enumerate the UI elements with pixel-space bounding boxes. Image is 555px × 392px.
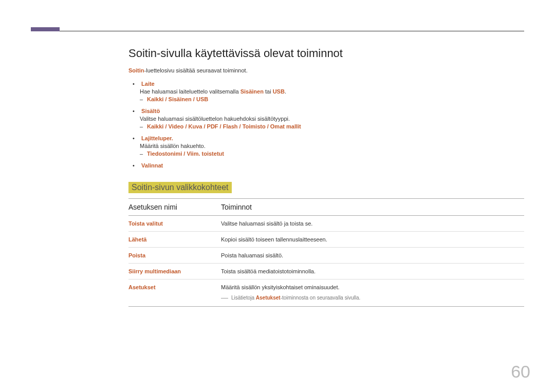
- table-row: Toista valitut Valitse haluamasi sisältö…: [128, 216, 524, 232]
- item-desc-sisalto: Valitse haluamasi sisältöluettelon hakue…: [140, 116, 524, 122]
- row-name: Siirry multimediaan: [128, 264, 221, 279]
- item-label-lajittelu: Lajitteluper.: [141, 135, 173, 141]
- row-func: Kopioi sisältö toiseen tallennuslaittees…: [221, 232, 524, 248]
- section-title-valikkokohteet: Soitin-sivun valikkokohteet: [128, 182, 232, 193]
- row-name: Asetukset: [128, 279, 221, 307]
- th-functions: Toiminnot: [221, 199, 524, 216]
- page-title: Soitin-sivulla käytettävissä olevat toim…: [128, 47, 524, 60]
- row-name: Poista: [128, 248, 221, 264]
- function-list: Laite Hae haluamasi laiteluettelo valits…: [128, 79, 524, 171]
- th-setting-name: Asetuksen nimi: [128, 199, 221, 216]
- item-label-sisalto: Sisältö: [141, 108, 160, 114]
- row-func: Määritä sisällön yksityiskohtaiset omina…: [221, 279, 524, 307]
- row-func: Valitse haluamasi sisältö ja toista se.: [221, 216, 524, 232]
- row-func: Toista sisältöä mediatoistotoiminnolla.: [221, 264, 524, 279]
- table-row: Asetukset Määritä sisällön yksityiskohta…: [128, 279, 524, 307]
- options-table: Asetuksen nimi Toiminnot Toista valitut …: [128, 198, 524, 307]
- table-row: Lähetä Kopioi sisältö toiseen tallennusl…: [128, 232, 524, 248]
- asetukset-note: ―Lisätietoja Asetukset-toiminnosta on se…: [221, 293, 524, 302]
- table-row: Siirry multimediaan Toista sisältöä medi…: [128, 264, 524, 279]
- item-sub-sisalto: Kaikki / Video / Kuva / PDF / Flash / To…: [147, 123, 524, 129]
- item-desc-laite: Hae haluamasi laiteluettelo valitsemalla…: [140, 88, 524, 95]
- item-sub-lajittelu: Tiedostonimi / Viim. toistetut: [147, 151, 524, 157]
- table-row: Poista Poista haluamasi sisältö.: [128, 248, 524, 264]
- intro-bold: Soitin: [128, 67, 144, 73]
- section-indicator-tab: [31, 27, 60, 31]
- row-func: Poista haluamasi sisältö.: [221, 248, 524, 264]
- item-desc-lajittelu: Määritä sisällön hakuehto.: [140, 143, 524, 149]
- main-content: Soitin-sivulla käytettävissä olevat toim…: [128, 47, 524, 307]
- item-sub-laite: Kaikki / Sisäinen / USB: [147, 96, 524, 102]
- row-name: Toista valitut: [128, 216, 221, 232]
- row-name: Lähetä: [128, 232, 221, 248]
- page-number: 60: [511, 362, 530, 382]
- intro-text: Soitin-luettelosivu sisältää seuraavat t…: [128, 67, 524, 73]
- item-label-laite: Laite: [141, 81, 155, 87]
- item-label-valinnat: Valinnat: [141, 162, 163, 169]
